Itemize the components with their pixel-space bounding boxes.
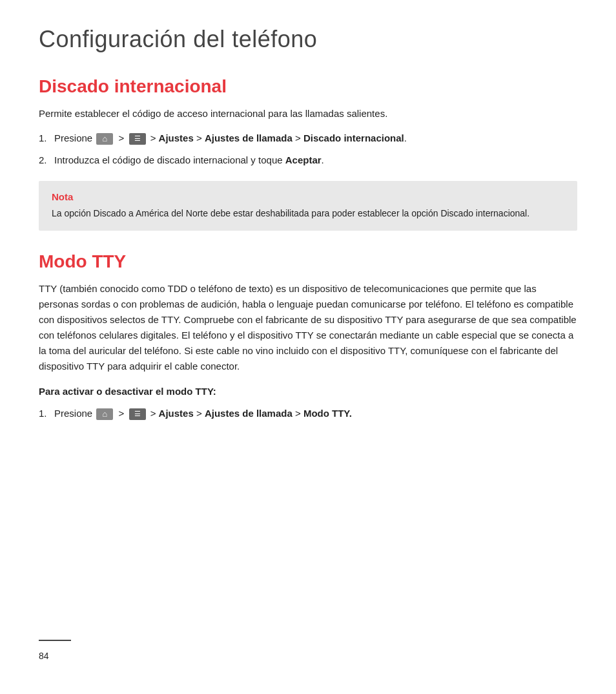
tty-step1-number: 1. bbox=[39, 406, 52, 421]
step1: 1. Presione > > Ajustes > Ajustes de lla… bbox=[39, 131, 577, 146]
tty-step1: 1. Presione > > Ajustes > Ajustes de lla… bbox=[39, 406, 577, 421]
step2: 2. Introduzca el código de discado inter… bbox=[39, 152, 577, 168]
menu-icon bbox=[129, 133, 146, 145]
step1-content: Presione > > Ajustes > Ajustes de llamad… bbox=[54, 131, 577, 146]
home-icon-2 bbox=[96, 408, 113, 420]
section1-intro: Permite establecer el código de acceso i… bbox=[39, 106, 577, 121]
section2-subsection-title: Para activar o desactivar el modo TTY: bbox=[39, 386, 577, 397]
menu-icon-2 bbox=[129, 408, 146, 420]
section2-title: Modo TTY bbox=[39, 251, 577, 272]
footer: 84 bbox=[39, 627, 71, 662]
section-discado: Discado internacional Permite establecer… bbox=[39, 76, 577, 231]
note-text: La opción Discado a América del Norte de… bbox=[52, 206, 564, 220]
note-title: Nota bbox=[52, 191, 564, 202]
tty-step1-content: Presione > > Ajustes > Ajustes de llamad… bbox=[54, 406, 577, 421]
footer-divider bbox=[39, 640, 71, 641]
section-tty: Modo TTY TTY (también conocido como TDD … bbox=[39, 251, 577, 421]
step1-number: 1. bbox=[39, 131, 52, 146]
note-box: Nota La opción Discado a América del Nor… bbox=[39, 181, 577, 231]
step2-number: 2. bbox=[39, 152, 52, 168]
section2-intro: TTY (también conocido como TDD o teléfon… bbox=[39, 281, 577, 374]
step2-content: Introduzca el código de discado internac… bbox=[54, 152, 577, 168]
page-title: Configuración del teléfono bbox=[39, 26, 577, 53]
home-icon bbox=[96, 133, 113, 145]
page-number: 84 bbox=[39, 651, 49, 661]
section1-title: Discado internacional bbox=[39, 76, 577, 97]
